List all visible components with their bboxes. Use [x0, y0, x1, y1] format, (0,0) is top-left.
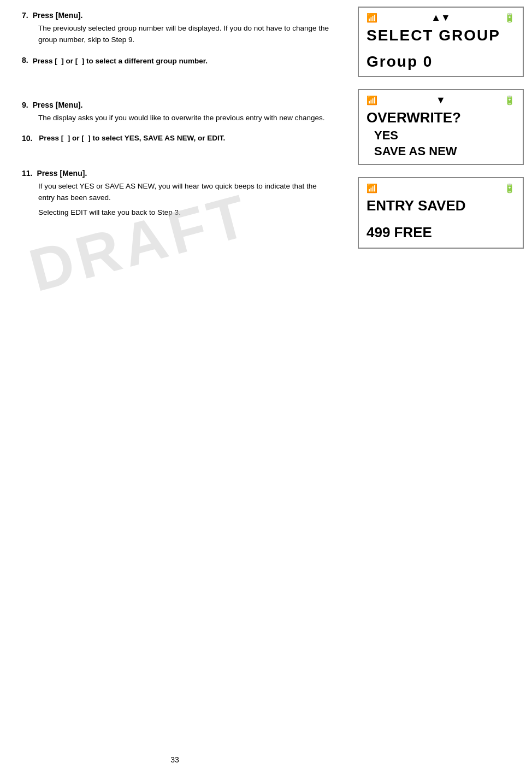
step-7-num: 7.: [22, 11, 28, 20]
step-9-title: 9. Press [Menu].: [22, 101, 333, 109]
screen1-title-line1: SELECT GROUP: [367, 27, 515, 44]
step-11-body: If you select YES or SAVE AS NEW, you wi…: [38, 181, 333, 219]
screen2-battery-icon: 🔋: [504, 95, 515, 105]
screen3-line1: ENTRY SAVED: [367, 197, 515, 214]
screen2-status-bar: 📶 ▼ 🔋: [367, 95, 515, 106]
step-11-title: 11. Press [Menu].: [22, 169, 333, 178]
page-number: 33: [170, 755, 179, 764]
step-7-heading: Press [Menu].: [33, 11, 83, 20]
screen3-battery-icon: 🔋: [504, 183, 515, 193]
step-10-heading: Press [ ] or [ ] to select YES, SAVE AS …: [37, 134, 225, 143]
step-8-num: 8.: [22, 56, 28, 74]
step-10-block: 10. Press [ ] or [ ] to select YES, SAVE…: [22, 134, 333, 143]
screen3-line3: 499 FREE: [367, 224, 515, 241]
screen2-arrow-icon: ▼: [436, 95, 446, 106]
step-11-block: 11. Press [Menu]. If you select YES or S…: [22, 169, 333, 219]
step-11-num: 11.: [22, 169, 32, 178]
step-9-block: 9. Press [Menu]. The display asks you if…: [22, 101, 333, 124]
screen-overwrite: 📶 ▼ 🔋 OVERWRITE? YES SAVE AS NEW: [358, 89, 524, 165]
screen2-save-as-new: SAVE AS NEW: [374, 144, 515, 158]
step-10-title: 10. Press [ ] or [ ] to select YES, SAVE…: [22, 134, 333, 143]
screen1-gap: [367, 46, 515, 53]
screen2-yes: YES: [374, 128, 515, 143]
screen1-signal-icon: 📶: [367, 13, 377, 23]
screen2-signal-icon: 📶: [367, 95, 377, 105]
screen1-battery-icon: 🔋: [504, 13, 515, 23]
step-9-heading: Press [Menu].: [33, 101, 83, 109]
screen2-line1: OVERWRITE?: [367, 109, 515, 126]
screen3-gap: [367, 220, 515, 224]
spacer-1: [22, 84, 333, 101]
step-8-block: 8. Press [ ] or [ ] to select a differen…: [22, 56, 333, 74]
step-9-body: The display asks you if you would like t…: [38, 113, 333, 124]
left-column: 7. Press [Menu]. The previously selected…: [0, 0, 350, 775]
screen1-title-line3: Group 0: [367, 53, 515, 71]
screen-select-group: 📶 ▲▼ 🔋 SELECT GROUP Group 0: [358, 7, 524, 77]
screen3-center-spacer: [439, 183, 442, 194]
screen1-arrows-icon: ▲▼: [431, 12, 451, 24]
spacer-2: [22, 152, 333, 169]
screen1-status-bar: 📶 ▲▼ 🔋: [367, 12, 515, 24]
screen3-status-bar: 📶 🔋: [367, 183, 515, 194]
step-7-block: 7. Press [Menu]. The previously selected…: [22, 11, 333, 46]
page-container: 7. Press [Menu]. The previously selected…: [0, 0, 532, 775]
step-9-num: 9.: [22, 101, 28, 109]
step-8-heading: Press [ ] or [ ] to select a different g…: [33, 56, 208, 67]
right-column: 📶 ▲▼ 🔋 SELECT GROUP Group 0 📶 ▼ 🔋 OVERWR…: [350, 0, 532, 775]
step-7-title: 7. Press [Menu].: [22, 11, 333, 20]
step-7-body: The previously selected group number wil…: [38, 23, 333, 46]
screen3-signal-icon: 📶: [367, 183, 377, 193]
step-10-num: 10.: [22, 134, 32, 143]
screen2-options: YES SAVE AS NEW: [367, 128, 515, 158]
screen-entry-saved: 📶 🔋 ENTRY SAVED 499 FREE: [358, 177, 524, 249]
step-8-title: 8. Press [ ] or [ ] to select a differen…: [22, 56, 333, 74]
step-11-heading: Press [Menu].: [37, 169, 87, 178]
